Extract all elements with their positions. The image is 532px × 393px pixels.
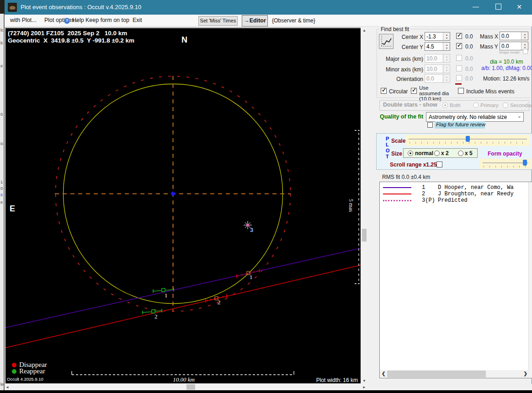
double-stars-both-label: Both (450, 102, 461, 108)
menu-exit[interactable]: Exit (133, 17, 142, 23)
center-y-spinner[interactable]: 4.5 ▲▼ (425, 42, 450, 51)
center-x-sigma: 0.0 (465, 33, 473, 40)
form-opacity-label: Form opacity (488, 151, 522, 157)
scroll-right-icon[interactable]: ❯ (524, 371, 527, 376)
chord1-line-sample (383, 187, 411, 188)
scroll-left-icon[interactable]: ❮ (382, 371, 385, 376)
spin-down-icon[interactable]: ▼ (443, 37, 450, 39)
flag-review-checkbox[interactable] (427, 122, 433, 128)
plot-letter: P (386, 136, 389, 141)
menu-help[interactable]: Help (72, 17, 84, 23)
background-window-edge: lc b e 0 ic 1 0 6 e le (0, 0, 5, 390)
edge-fragment: 0 (0, 113, 5, 117)
center-y-label: Center Y (394, 44, 423, 50)
plot-vertical-scrollbar[interactable]: ▲ ▼ (362, 27, 367, 384)
plot-hscroll-thumb[interactable] (186, 384, 195, 390)
maximize-button[interactable] (488, 0, 508, 14)
size-radio-group: normal x 2 x 5 (403, 148, 478, 158)
scale-slider-thumb[interactable] (466, 136, 470, 142)
size-x2-radio[interactable] (434, 151, 440, 156)
plot-letter: L (386, 142, 389, 147)
plot-header-line1: (72740) 2001 FZ105 2025 Sep 2 10.0 km (8, 30, 127, 37)
plot-area[interactable]: 1 1 2 (5, 27, 361, 383)
plot-letter: T (386, 154, 389, 159)
double-stars-secondary-radio[interactable] (503, 102, 508, 108)
orientation-checkbox[interactable] (456, 75, 462, 81)
set-miss-times-button[interactable]: Set 'Miss' Times (198, 16, 238, 26)
scroll-right-icon[interactable]: ► (362, 385, 366, 389)
center-dot (171, 192, 175, 196)
size-normal-radio[interactable] (408, 151, 413, 156)
include-miss-checkbox[interactable] (458, 88, 464, 94)
spin-up-icon[interactable]: ▲ (443, 43, 450, 46)
size-x5-radio[interactable] (458, 151, 463, 156)
form-opacity-slider[interactable] (480, 159, 531, 169)
observer-row[interactable]: 3(P) Predicted (380, 197, 532, 204)
chord2-line-sample (383, 194, 411, 194)
mass-x-label: Mass X (480, 33, 497, 40)
edge-fragment: le (0, 382, 5, 387)
double-stars-secondary-label: Secondary (510, 102, 532, 108)
plot-vscroll-thumb[interactable] (362, 229, 367, 242)
predicted-star-core (246, 224, 249, 226)
close-button[interactable]: ✕ (509, 0, 529, 14)
edge-fragment: ic (0, 142, 5, 146)
double-stars-primary-radio[interactable] (473, 102, 479, 108)
app-icon (8, 3, 17, 12)
chord1-disappear-label: 1 (250, 274, 253, 280)
orientation-label: Orientation (380, 76, 423, 82)
scroll-left-icon[interactable]: ◄ (5, 385, 9, 389)
observer-row[interactable]: 1 D Hooper, near Como, Wa (380, 184, 532, 191)
minor-axis-sigma: 0.0 (465, 66, 473, 72)
observers-hscroll-thumb[interactable] (387, 371, 486, 377)
double-stars-both-radio[interactable] (442, 102, 448, 108)
observer-row[interactable]: 2 J Broughton, near Reedy (380, 191, 532, 197)
maximize-icon (495, 4, 501, 10)
shape-model-checkbox[interactable] (523, 49, 528, 54)
edge-fragment: e (0, 200, 5, 205)
editor-button[interactable]: →Editor (242, 15, 268, 27)
major-axis-label: Major axis (km) (380, 56, 423, 62)
center-x-checkbox[interactable]: ✓ (456, 33, 462, 39)
occult-plot-window: Plot event observations : Occult v.4.202… (5, 0, 532, 390)
quality-of-fit-dropdown[interactable]: Astrometry only. No reliable size ⌄ (426, 112, 524, 122)
diameter-label: dia = 10.0 km (490, 59, 523, 65)
mass-x-spinner[interactable]: 0.0 ▲▼ (500, 32, 528, 40)
plot-width-label: Plot width: 16 km (280, 377, 360, 383)
plot-horizontal-scrollbar[interactable]: ◄ ► (5, 384, 367, 390)
scale-slider[interactable] (406, 135, 530, 146)
center-y-checkbox[interactable]: ✓ (456, 43, 462, 49)
spin-up-icon[interactable]: ▲ (443, 33, 450, 36)
major-axis-checkbox[interactable] (456, 55, 462, 61)
legend-reappear: Reappear (19, 367, 45, 375)
spin-down-icon[interactable]: ▼ (443, 47, 450, 49)
observers-horizontal-scrollbar[interactable]: ❮ ❯ (380, 370, 529, 378)
scroll-up-icon[interactable]: ▲ (362, 28, 367, 32)
double-stars-label: Double stars - show (383, 102, 437, 108)
plot-letter: O (386, 148, 390, 153)
fit-chart-icon (379, 34, 393, 48)
use-assumed-dia-label: Use assumed dia (10.0 km) (419, 85, 451, 102)
circular-label: Circular (389, 88, 408, 95)
scroll-range-label: Scroll range x1.25 (390, 162, 437, 168)
center-x-spinner[interactable]: -1.3 ▲▼ (425, 32, 450, 41)
observers-vertical-scrollbar[interactable] (528, 182, 532, 378)
menu-keep-form-on-top[interactable]: Keep form on top (85, 17, 129, 23)
form-opacity-slider-thumb[interactable] (523, 160, 527, 166)
ab-dmag-label: a/b: 1.00, dMag: 0.00 (481, 65, 532, 71)
fit-chart-button[interactable] (379, 34, 394, 49)
minimize-button[interactable] (466, 0, 486, 14)
spin-up-icon[interactable]: ▲ (521, 43, 528, 46)
scroll-down-icon[interactable]: ▼ (362, 379, 367, 383)
help-icon[interactable]: ? (64, 18, 70, 24)
use-assumed-dia-checkbox[interactable]: ✓ (411, 88, 417, 94)
circular-checkbox[interactable]: ✓ (381, 88, 387, 94)
minor-axis-checkbox[interactable] (456, 65, 462, 71)
spin-up-icon[interactable]: ▲ (521, 33, 528, 36)
menu-with-plot[interactable]: with Plot... (10, 17, 37, 23)
spin-down-icon[interactable]: ▼ (521, 36, 528, 39)
observers-list[interactable]: 1 D Hooper, near Como, Wa 2 J Broughton,… (379, 182, 532, 378)
title-bar[interactable]: Plot event observations : Occult v.4.202… (5, 0, 532, 15)
scroll-range-checkbox[interactable] (436, 162, 442, 167)
menu-bar: with Plot... Plot options... ? Help Keep… (5, 15, 532, 27)
